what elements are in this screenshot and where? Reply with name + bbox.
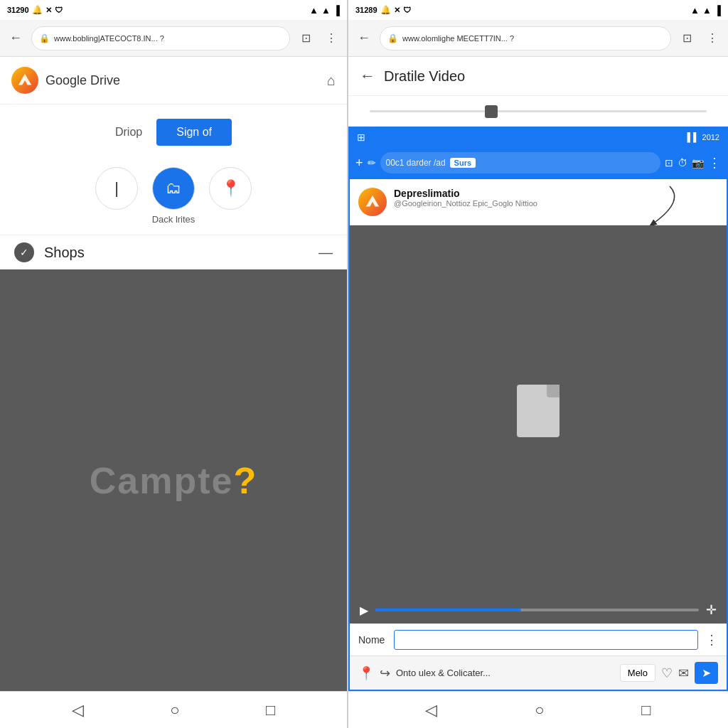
right-screenshot-button[interactable]: ⊡ [677,28,697,48]
gdrive-shops-row[interactable]: ✓ Shops — [0,235,347,269]
slider-area [348,96,728,119]
right-url-text: www.olomlighe MECETT7IN... ? [402,34,514,43]
gdrive-icon-folder[interactable]: 🗂 [152,167,195,210]
left-back-button[interactable]: ← [6,28,26,48]
campte-text: Campte? [90,459,257,502]
right-back-button[interactable]: ← [354,28,374,48]
left-url-bar[interactable]: 🔒 www.bobling|ATECOCT8.IN... ? [31,26,290,50]
ab-send-button[interactable]: ➤ [695,662,718,684]
left-nav-recents[interactable]: □ [266,701,275,719]
fb-search-bar[interactable]: 00c1 darder /ad Surs [380,152,660,173]
left-nav-back[interactable]: ◁ [72,701,84,719]
gdrive-driop-button[interactable]: Driop [115,126,142,139]
fb-post-content: Depreslimatio @Googleirion_Nottioz Epic_… [394,188,718,208]
ab-arrow-icon[interactable]: ↪ [380,665,390,681]
fb-surs-badge[interactable]: Surs [450,158,476,168]
fb-search-text: 00c1 darder /ad [386,158,446,168]
pin-icon: 📍 [221,179,240,198]
nome-dots-button[interactable]: ⋮ [705,632,718,648]
gdrive-signin-button[interactable]: Sign of [156,119,232,146]
right-nav-bar: ◁ ○ □ [348,691,728,728]
gdrive-profile-icon[interactable]: ⌂ [327,73,336,89]
left-browser-bar: ← 🔒 www.bobling|ATECOCT8.IN... ? ⊡ ⋮ [0,20,347,57]
fb-camera-icon[interactable]: 📷 [692,157,704,168]
gdrive-icon-pin[interactable]: 📍 [209,167,252,210]
lock-icon: 🔒 [39,33,50,43]
gdrive-check-icon: ✓ [14,242,34,262]
nome-label: Nome [358,634,387,646]
fb-expand-icon[interactable]: ⊡ [665,157,673,168]
signal-icon: ▐ [333,5,340,16]
gdrive-title: Google Drive [46,73,120,88]
left-url-text: www.bobling|ATECOCT8.IN... ? [54,34,164,43]
fb-avatar [358,188,387,216]
right-x-icon: ✕ [394,6,400,15]
fb-post-subtitle: @Googleirion_Nottioz Epic_Goglo Nittioo [394,199,718,208]
nome-row: Nome ⋮ [350,623,727,655]
slider-track[interactable] [370,110,707,112]
slider-thumb[interactable] [485,105,498,118]
gdrive-panel: Google Drive ⌂ Driop Sign of | 🗂 📍 Dack … [0,57,347,269]
file-icon [517,385,560,437]
gdrive-icons-row: | 🗂 📍 [0,160,347,214]
gdrive-minus-button[interactable]: — [318,245,333,261]
left-menu-button[interactable]: ⋮ [321,28,341,48]
gdrive-header: Google Drive ⌂ [0,57,347,105]
x-icon: ✕ [46,6,52,15]
ab-location-icon[interactable]: 📍 [358,665,374,681]
fb-add-icon[interactable]: + [355,156,363,171]
ab-melo-button[interactable]: Melo [620,664,655,682]
video-area [350,225,727,596]
fb-edit-icon[interactable]: ✏ [368,157,376,168]
nome-input[interactable] [394,630,698,650]
wifi-icon: ▲ [309,5,318,16]
progress-fill [375,609,521,611]
right-lock-icon: 🔒 [387,33,398,43]
action-bar: 📍 ↪ Onto ulex & Colicater... Melo ♡ ✉ ➤ [350,655,727,690]
fb-more-icon[interactable]: ⋮ [708,155,721,171]
right-signal-icon: ▐ [714,5,721,16]
play-button[interactable]: ▶ [360,604,368,617]
fb-clock-icon[interactable]: ⏱ [678,157,687,168]
ab-mail-icon[interactable]: ✉ [678,665,689,681]
progress-bar[interactable] [375,609,699,611]
right-nav-home[interactable]: ○ [535,701,544,719]
right-nav-recents[interactable]: □ [641,701,651,719]
right-menu-button[interactable]: ⋮ [702,28,722,48]
video-controls: ▶ ✛ [350,596,727,623]
notif-icon: 🔔 [32,5,43,15]
shield-icon: 🛡 [55,6,63,14]
wifi2-icon: ▲ [321,5,331,16]
right-nav-back[interactable]: ◁ [425,701,437,719]
left-phone: 31290 🔔 ✕ 🛡 ▲ ▲ ▐ ← 🔒 www.bobling|ATECOC… [0,0,348,728]
left-status-time: 31290 [7,6,29,14]
right-browser-bar: ← 🔒 www.olomlighe MECETT7IN... ? ⊡ ⋮ [348,20,728,57]
fb-post-name: Depreslimatio [394,188,718,199]
gdrive-dark-area: Campte? [0,269,347,691]
gdrive-logo [11,67,38,94]
right-status-time: 31289 [355,6,378,14]
right-wifi2-icon: ▲ [702,5,712,16]
move-icon[interactable]: ✛ [706,602,717,618]
right-phone: 31289 🔔 ✕ 🛡 ▲ ▲ ▐ ← 🔒 www.olomlighe MECE… [348,0,728,728]
right-status-bar: 31289 🔔 ✕ 🛡 ▲ ▲ ▐ [348,0,728,20]
left-nav-bar: ◁ ○ □ [0,691,347,728]
folder-icon: 🗂 [166,179,181,198]
ab-heart-icon[interactable]: ♡ [661,665,673,681]
gdrive-shops-label: Shops [44,245,309,261]
fb-post-area: Depreslimatio @Googleirion_Nottioz Epic_… [350,179,727,225]
dratile-back-button[interactable]: ← [360,67,375,85]
cursor-icon: | [114,179,119,198]
fb-grid-icon: ⊞ [357,132,365,143]
gdrive-icon-cursor[interactable]: | [95,167,138,210]
fb-toolbar: + ✏ 00c1 darder /ad Surs ⊡ ⏱ 📷 ⋮ [350,146,727,179]
right-url-bar[interactable]: 🔒 www.olomlighe MECETT7IN... ? [380,26,671,50]
gdrive-bookmark-label: Dack lrites [0,214,347,235]
right-notif-icon: 🔔 [380,5,391,15]
ab-action-text: Onto ulex & Colicater... [396,668,614,678]
right-shield-icon: 🛡 [403,6,411,14]
dratile-header: ← Dratile Video [348,57,728,96]
left-screenshot-button[interactable]: ⊡ [296,28,316,48]
left-nav-home[interactable]: ○ [170,701,179,719]
fb-signal-icon: ▐ [684,132,690,142]
